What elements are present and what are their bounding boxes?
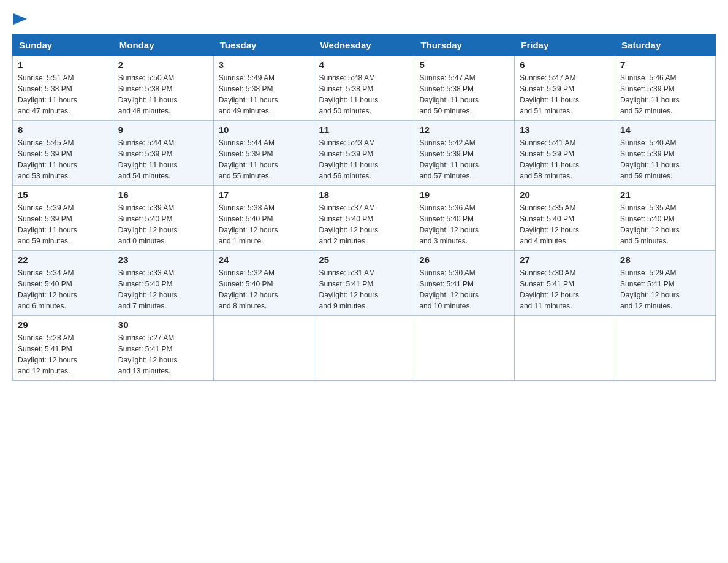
- day-number: 7: [620, 59, 710, 70]
- calendar-cell: 14Sunrise: 5:40 AMSunset: 5:39 PMDayligh…: [615, 121, 716, 186]
- calendar-cell: 5Sunrise: 5:47 AMSunset: 5:38 PMDaylight…: [414, 56, 515, 121]
- calendar-cell: [314, 316, 414, 381]
- day-info: Sunrise: 5:37 AMSunset: 5:40 PMDaylight:…: [319, 202, 409, 247]
- calendar-week-3: 15Sunrise: 5:39 AMSunset: 5:39 PMDayligh…: [13, 186, 716, 251]
- calendar-cell: 1Sunrise: 5:51 AMSunset: 5:38 PMDaylight…: [13, 56, 113, 121]
- day-info: Sunrise: 5:36 AMSunset: 5:40 PMDaylight:…: [419, 202, 509, 247]
- day-info: Sunrise: 5:29 AMSunset: 5:41 PMDaylight:…: [620, 267, 710, 312]
- calendar-week-4: 22Sunrise: 5:34 AMSunset: 5:40 PMDayligh…: [13, 251, 716, 316]
- day-info: Sunrise: 5:40 AMSunset: 5:39 PMDaylight:…: [620, 137, 710, 182]
- calendar-header-wednesday: Wednesday: [314, 35, 414, 56]
- day-info: Sunrise: 5:35 AMSunset: 5:40 PMDaylight:…: [520, 202, 610, 247]
- day-number: 29: [18, 320, 108, 330]
- day-number: 20: [520, 190, 610, 200]
- day-number: 4: [319, 59, 409, 70]
- day-number: 24: [219, 255, 309, 265]
- calendar-cell: 12Sunrise: 5:42 AMSunset: 5:39 PMDayligh…: [414, 121, 515, 186]
- calendar-cell: 2Sunrise: 5:50 AMSunset: 5:38 PMDaylight…: [113, 56, 213, 121]
- day-info: Sunrise: 5:27 AMSunset: 5:41 PMDaylight:…: [118, 332, 208, 377]
- day-number: 16: [118, 190, 208, 200]
- day-info: Sunrise: 5:49 AMSunset: 5:38 PMDaylight:…: [219, 72, 309, 117]
- calendar-cell: 9Sunrise: 5:44 AMSunset: 5:39 PMDaylight…: [113, 121, 213, 186]
- logo-arrow-icon: [13, 13, 27, 25]
- day-info: Sunrise: 5:47 AMSunset: 5:38 PMDaylight:…: [419, 72, 509, 117]
- calendar-table: SundayMondayTuesdayWednesdayThursdayFrid…: [12, 34, 716, 381]
- day-number: 1: [18, 59, 108, 70]
- day-info: Sunrise: 5:35 AMSunset: 5:40 PMDaylight:…: [620, 202, 710, 247]
- calendar-header-tuesday: Tuesday: [213, 35, 314, 56]
- calendar-cell: 18Sunrise: 5:37 AMSunset: 5:40 PMDayligh…: [314, 186, 414, 251]
- day-number: 18: [319, 190, 409, 200]
- calendar-cell: 22Sunrise: 5:34 AMSunset: 5:40 PMDayligh…: [13, 251, 113, 316]
- day-number: 10: [219, 124, 309, 135]
- calendar-cell: 29Sunrise: 5:28 AMSunset: 5:41 PMDayligh…: [13, 316, 113, 381]
- day-number: 13: [520, 124, 610, 135]
- calendar-cell: 23Sunrise: 5:33 AMSunset: 5:40 PMDayligh…: [113, 251, 213, 316]
- day-number: 28: [620, 255, 710, 265]
- calendar-cell: 10Sunrise: 5:44 AMSunset: 5:39 PMDayligh…: [213, 121, 314, 186]
- calendar-cell: 4Sunrise: 5:48 AMSunset: 5:38 PMDaylight…: [314, 56, 414, 121]
- day-info: Sunrise: 5:33 AMSunset: 5:40 PMDaylight:…: [118, 267, 208, 312]
- day-info: Sunrise: 5:31 AMSunset: 5:41 PMDaylight:…: [319, 267, 409, 312]
- day-number: 25: [319, 255, 409, 265]
- calendar-cell: 25Sunrise: 5:31 AMSunset: 5:41 PMDayligh…: [314, 251, 414, 316]
- day-info: Sunrise: 5:50 AMSunset: 5:38 PMDaylight:…: [118, 72, 208, 117]
- calendar-cell: 19Sunrise: 5:36 AMSunset: 5:40 PMDayligh…: [414, 186, 515, 251]
- calendar-cell: 13Sunrise: 5:41 AMSunset: 5:39 PMDayligh…: [515, 121, 615, 186]
- day-number: 11: [319, 124, 409, 135]
- day-info: Sunrise: 5:41 AMSunset: 5:39 PMDaylight:…: [520, 137, 610, 182]
- day-info: Sunrise: 5:30 AMSunset: 5:41 PMDaylight:…: [419, 267, 509, 312]
- day-info: Sunrise: 5:39 AMSunset: 5:40 PMDaylight:…: [118, 202, 208, 247]
- day-number: 12: [419, 124, 509, 135]
- day-number: 9: [118, 124, 208, 135]
- day-info: Sunrise: 5:48 AMSunset: 5:38 PMDaylight:…: [319, 72, 409, 117]
- day-number: 3: [219, 59, 309, 70]
- day-number: 8: [18, 124, 108, 135]
- day-info: Sunrise: 5:28 AMSunset: 5:41 PMDaylight:…: [18, 332, 108, 377]
- day-info: Sunrise: 5:32 AMSunset: 5:40 PMDaylight:…: [219, 267, 309, 312]
- day-info: Sunrise: 5:44 AMSunset: 5:39 PMDaylight:…: [219, 137, 309, 182]
- day-number: 27: [520, 255, 610, 265]
- calendar-header-monday: Monday: [113, 35, 213, 56]
- calendar-cell: 8Sunrise: 5:45 AMSunset: 5:39 PMDaylight…: [13, 121, 113, 186]
- calendar-cell: 6Sunrise: 5:47 AMSunset: 5:39 PMDaylight…: [515, 56, 615, 121]
- day-number: 5: [419, 59, 509, 70]
- calendar-cell: 17Sunrise: 5:38 AMSunset: 5:40 PMDayligh…: [213, 186, 314, 251]
- day-info: Sunrise: 5:43 AMSunset: 5:39 PMDaylight:…: [319, 137, 409, 182]
- calendar-cell: 16Sunrise: 5:39 AMSunset: 5:40 PMDayligh…: [113, 186, 213, 251]
- calendar-week-5: 29Sunrise: 5:28 AMSunset: 5:41 PMDayligh…: [13, 316, 716, 381]
- day-info: Sunrise: 5:51 AMSunset: 5:38 PMDaylight:…: [18, 72, 108, 117]
- day-number: 15: [18, 190, 108, 200]
- day-info: Sunrise: 5:46 AMSunset: 5:39 PMDaylight:…: [620, 72, 710, 117]
- calendar-header-friday: Friday: [515, 35, 615, 56]
- calendar-cell: 20Sunrise: 5:35 AMSunset: 5:40 PMDayligh…: [515, 186, 615, 251]
- calendar-header-row: SundayMondayTuesdayWednesdayThursdayFrid…: [13, 35, 716, 56]
- calendar-header-saturday: Saturday: [615, 35, 716, 56]
- day-info: Sunrise: 5:34 AMSunset: 5:40 PMDaylight:…: [18, 267, 108, 312]
- day-number: 30: [118, 320, 208, 330]
- calendar-cell: [515, 316, 615, 381]
- day-number: 22: [18, 255, 108, 265]
- calendar-cell: 3Sunrise: 5:49 AMSunset: 5:38 PMDaylight…: [213, 56, 314, 121]
- calendar-cell: 21Sunrise: 5:35 AMSunset: 5:40 PMDayligh…: [615, 186, 716, 251]
- day-info: Sunrise: 5:45 AMSunset: 5:39 PMDaylight:…: [18, 137, 108, 182]
- logo: [12, 12, 27, 25]
- calendar-cell: 24Sunrise: 5:32 AMSunset: 5:40 PMDayligh…: [213, 251, 314, 316]
- calendar-cell: 7Sunrise: 5:46 AMSunset: 5:39 PMDaylight…: [615, 56, 716, 121]
- calendar-cell: 27Sunrise: 5:30 AMSunset: 5:41 PMDayligh…: [515, 251, 615, 316]
- calendar-cell: 28Sunrise: 5:29 AMSunset: 5:41 PMDayligh…: [615, 251, 716, 316]
- day-info: Sunrise: 5:30 AMSunset: 5:41 PMDaylight:…: [520, 267, 610, 312]
- day-info: Sunrise: 5:42 AMSunset: 5:39 PMDaylight:…: [419, 137, 509, 182]
- calendar-header-sunday: Sunday: [13, 35, 113, 56]
- day-number: 17: [219, 190, 309, 200]
- calendar-cell: [615, 316, 716, 381]
- day-number: 14: [620, 124, 710, 135]
- calendar-header-thursday: Thursday: [414, 35, 515, 56]
- day-number: 2: [118, 59, 208, 70]
- day-info: Sunrise: 5:47 AMSunset: 5:39 PMDaylight:…: [520, 72, 610, 117]
- day-number: 19: [419, 190, 509, 200]
- day-number: 6: [520, 59, 610, 70]
- calendar-cell: 26Sunrise: 5:30 AMSunset: 5:41 PMDayligh…: [414, 251, 515, 316]
- day-info: Sunrise: 5:39 AMSunset: 5:39 PMDaylight:…: [18, 202, 108, 247]
- day-info: Sunrise: 5:44 AMSunset: 5:39 PMDaylight:…: [118, 137, 208, 182]
